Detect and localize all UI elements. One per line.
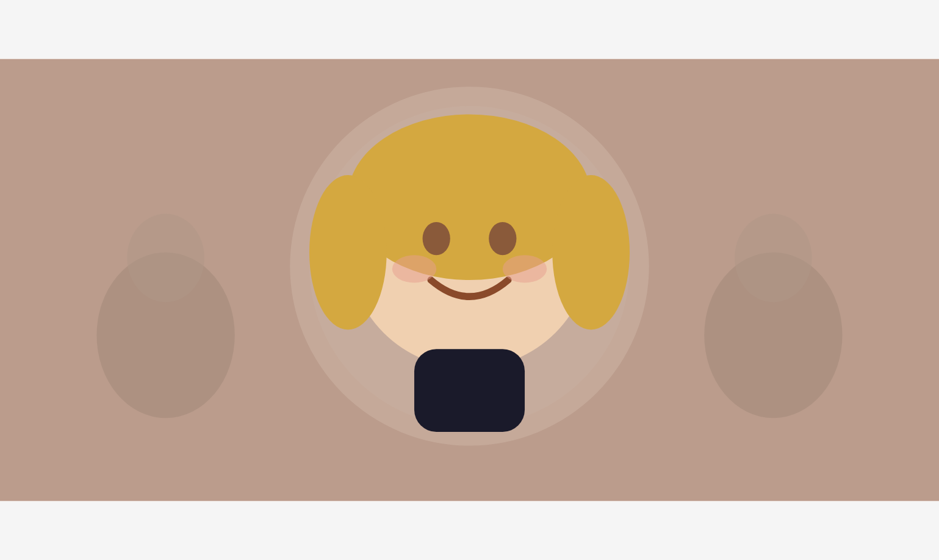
svg-point-112	[704, 289, 835, 387]
card-customer-service[interactable]: Guide 5 Secrets to great customer servic…	[604, 289, 836, 464]
card-image-service	[604, 289, 836, 387]
card-grid: ★ ★ ★ ★ ★ ★ ★ ★ ★ ★ ★ ★ ★ ★ Guide GDPR p…	[104, 96, 836, 464]
